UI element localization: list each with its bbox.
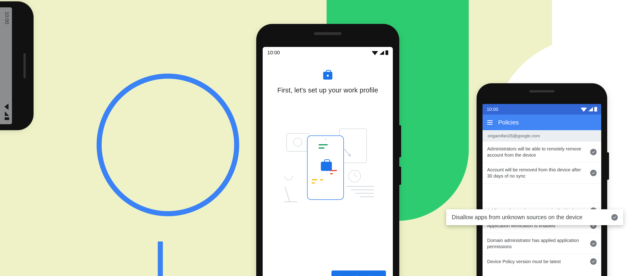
phone-speaker (529, 90, 554, 92)
status-time: 10:00 (487, 107, 498, 112)
right-phone-screen: 10:00 Policies origamifan26@google.com A… (482, 104, 601, 276)
policy-list[interactable]: Administrators will be able to remotely … (482, 142, 601, 269)
illus-accent (320, 179, 323, 180)
volume-button (607, 152, 609, 180)
right-phone-frame: 10:00 Policies origamifan26@google.com A… (476, 83, 607, 276)
promo-stage: 10:00 Network & internet (0, 0, 644, 276)
check-icon (590, 258, 596, 265)
setup-content: First, let's set up your work profile (263, 58, 393, 214)
illus-accent (330, 173, 333, 174)
status-bar: 10:00 (263, 47, 393, 58)
app-bar: Policies (482, 114, 601, 130)
illus-clock (348, 170, 361, 182)
illus-accent (312, 179, 317, 180)
volume-button (399, 125, 401, 157)
policy-item[interactable]: Account will be removed from this device… (482, 162, 601, 184)
check-icon (590, 149, 596, 155)
setup-illustration (280, 126, 376, 214)
dialog-scrim[interactable] (0, 7, 12, 124)
appbar-title: Policies (498, 119, 519, 126)
policy-text: Account will be removed from this device… (487, 167, 586, 179)
illus-steps (346, 186, 374, 200)
policy-text: Disallow apps from unknown sources on th… (452, 214, 607, 220)
policy-item[interactable]: Administrators will be able to remotely … (482, 142, 601, 162)
check-icon (590, 240, 596, 247)
illus-accent (330, 170, 337, 171)
bg-blue-ring (96, 74, 239, 216)
illus-accent (318, 144, 328, 145)
left-phone-frame: 10:00 Network & internet (0, 2, 34, 130)
policy-item[interactable]: Domain administrator has applied applica… (482, 233, 601, 254)
battery-icon (594, 107, 597, 112)
illus-lamp (284, 174, 300, 202)
illus-photo-card (286, 133, 309, 152)
policy-text: Domain administrator has applied applica… (487, 237, 586, 250)
highlighted-policy-card[interactable]: Disallow apps from unknown sources on th… (446, 209, 623, 225)
phone-speaker (314, 32, 342, 35)
left-phone-screen: 10:00 Network & internet (0, 7, 12, 124)
power-button (399, 166, 401, 185)
briefcase-icon (323, 72, 332, 80)
signal-icon (588, 107, 593, 111)
center-phone-frame: 10:00 First, let's set up your work prof… (256, 24, 399, 276)
signal-icon (380, 50, 384, 55)
illus-briefcase-icon (321, 162, 332, 171)
accept-continue-button[interactable]: Accept & continue (332, 270, 386, 276)
bg-blue-line (158, 242, 163, 276)
wifi-icon (580, 108, 587, 112)
check-icon (590, 170, 596, 176)
status-time: 10:00 (267, 50, 280, 56)
left-phone-wrapper: 10:00 Network & internet (0, 2, 34, 130)
policy-item-placeholder (482, 184, 601, 203)
battery-icon (386, 50, 388, 55)
illus-accent (312, 182, 315, 184)
phone-speaker (24, 53, 26, 78)
setup-heading: First, let's set up your work profile (270, 86, 386, 94)
check-icon (611, 214, 618, 220)
wifi-icon (372, 51, 378, 55)
policy-item[interactable]: Device Policy version must be latest (482, 254, 601, 269)
center-phone-screen: 10:00 First, let's set up your work prof… (263, 47, 393, 276)
account-email: origamifan26@google.com (482, 130, 601, 142)
illus-accent (318, 148, 324, 148)
policy-text: Device Policy version must be latest (487, 258, 586, 265)
menu-icon[interactable] (487, 120, 493, 125)
policy-text: Administrators will be able to remotely … (487, 146, 586, 158)
status-bar: 10:00 (482, 104, 601, 114)
